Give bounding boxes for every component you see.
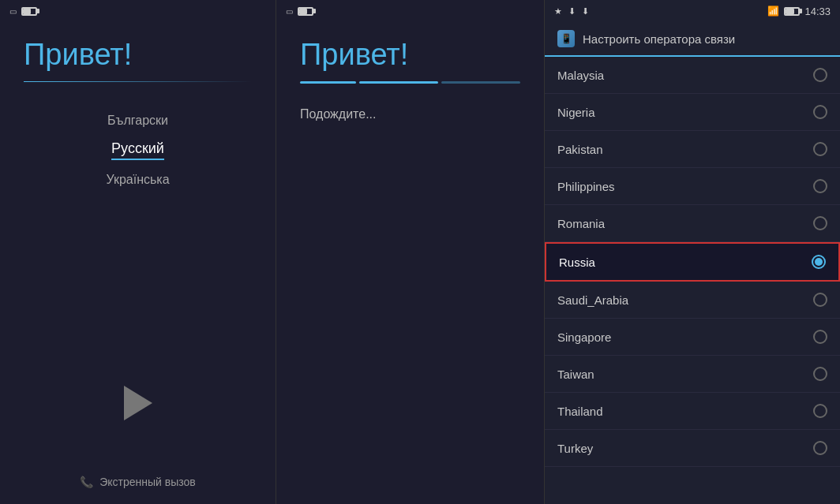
greeting-left: Привет! [24,38,252,72]
phone-icon: 📞 [80,476,93,488]
status-bar-right: ★ ⬇ ⬇ 📶 14:33 [545,0,840,22]
battery-icon-left [21,7,37,16]
country-item-singapore[interactable]: Singapore [545,319,840,356]
radio-saudi-arabia[interactable] [813,293,827,307]
battery-icon-middle [298,7,313,16]
country-item-turkey[interactable]: Turkey [545,430,840,467]
language-item-russian[interactable]: Русский [111,140,164,160]
country-name-turkey: Turkey [557,442,593,455]
country-name-pakistan: Pakistan [557,143,603,156]
country-item-russia[interactable]: Russia [545,242,840,282]
language-item-bulgarian[interactable]: Български [107,114,168,128]
country-name-russia: Russia [559,256,595,269]
country-item-thailand[interactable]: Thailand [545,393,840,430]
radio-russia[interactable] [812,255,826,269]
play-button[interactable] [124,386,152,420]
progress-bar-3 [441,81,520,84]
upload-icon: ⬇ [582,6,589,17]
operator-icon-symbol: 📱 [561,33,572,44]
country-name-taiwan: Taiwan [557,368,594,381]
emergency-call-button[interactable]: 📞 Экстренный вызов [0,460,276,504]
panel-middle: ▭ Привет! Подождите... [276,0,545,504]
progress-bar-1 [300,81,356,84]
language-list: Български Русский Українська [24,114,252,362]
country-item-saudi-arabia[interactable]: Saudi_Arabia [545,282,840,319]
country-name-romania: Romania [557,217,605,230]
greeting-middle: Привет! [300,38,520,72]
country-item-malaysia[interactable]: Malaysia [545,57,840,94]
progress-bars [300,81,520,84]
operator-header: 📱 Настроить оператора связи [545,22,840,57]
radio-philippines[interactable] [813,179,827,193]
divider-left [24,81,252,82]
wait-text: Подождите... [300,107,520,121]
country-item-philippines[interactable]: Philippines [545,168,840,205]
status-bar-left: ▭ [0,0,276,22]
country-item-nigeria[interactable]: Nigeria [545,94,840,131]
country-name-singapore: Singapore [557,330,611,344]
sim-icon-left: ▭ [9,7,17,16]
operator-icon: 📱 [557,30,575,47]
battery-icon-right [784,7,800,16]
country-name-thailand: Thailand [557,405,603,418]
radio-taiwan[interactable] [813,367,827,381]
time-display: 14:33 [804,6,831,17]
play-button-container [24,386,252,420]
sim-icon-middle: ▭ [286,7,293,16]
radio-malaysia[interactable] [813,68,827,82]
panel-left: ▭ Привет! Български Русский Українська 📞… [0,0,276,504]
download-icon: ⬇ [568,6,576,17]
radio-thailand[interactable] [813,404,827,418]
progress-bar-2 [359,81,438,84]
radio-turkey[interactable] [813,441,827,455]
radio-romania[interactable] [813,216,827,230]
country-item-taiwan[interactable]: Taiwan [545,356,840,393]
radio-singapore[interactable] [813,330,827,344]
panel-right: ★ ⬇ ⬇ 📶 14:33 📱 Настроить оператора связ… [545,0,840,504]
country-name-nigeria: Nigeria [557,106,595,119]
status-bar-middle: ▭ [276,0,544,22]
radio-pakistan[interactable] [813,142,827,156]
star-icon: ★ [554,6,562,17]
radio-nigeria[interactable] [813,105,827,119]
country-list[interactable]: Malaysia Nigeria Pakistan Philippines Ro… [545,57,840,504]
emergency-call-label: Экстренный вызов [99,476,196,488]
country-item-romania[interactable]: Romania [545,205,840,242]
country-name-philippines: Philippines [557,180,615,193]
country-name-saudi-arabia: Saudi_Arabia [557,293,628,307]
wifi-icon: 📶 [767,6,779,17]
operator-title: Настроить оператора связи [583,32,735,46]
country-name-malaysia: Malaysia [557,69,604,82]
country-item-pakistan[interactable]: Pakistan [545,131,840,168]
language-item-ukrainian[interactable]: Українська [106,173,169,187]
